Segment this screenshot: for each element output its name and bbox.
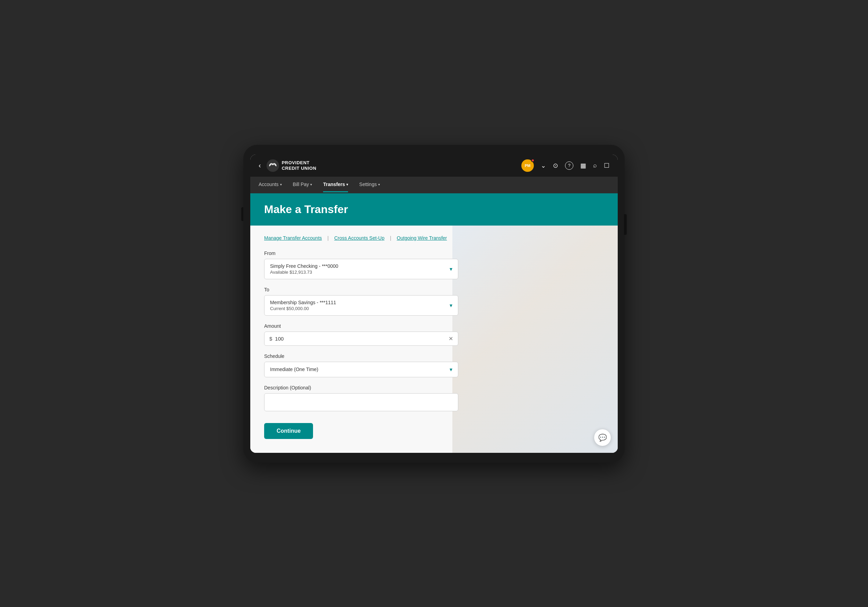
- sub-nav-divider-2: |: [390, 235, 391, 241]
- logo-subtitle: CREDIT UNION: [282, 166, 316, 171]
- avatar-button[interactable]: PM: [521, 159, 534, 172]
- transfers-chevron: ▾: [346, 183, 348, 186]
- amount-input-wrap: $ ✕: [264, 331, 458, 346]
- outgoing-wire-transfer-link[interactable]: Outgoing Wire Transfer: [397, 235, 447, 241]
- description-input[interactable]: [264, 393, 458, 411]
- content-inner: Manage Transfer Accounts | Cross Account…: [264, 235, 458, 439]
- continue-button[interactable]: Continue: [264, 423, 313, 439]
- to-label: To: [264, 287, 458, 293]
- nav-item-transfers[interactable]: Transfers ▾: [323, 177, 348, 192]
- from-account-text: Simply Free Checking - ***0000 Available…: [270, 263, 338, 275]
- amount-group: Amount $ ✕: [264, 323, 458, 346]
- sub-nav-divider-1: |: [328, 235, 329, 241]
- message-icon[interactable]: ☐: [604, 162, 609, 169]
- to-account-text: Membership Savings - ***1111 Current $50…: [270, 300, 336, 311]
- nav-item-accounts[interactable]: Accounts ▾: [259, 177, 282, 192]
- from-chevron-icon: ▾: [450, 266, 453, 272]
- billpay-chevron: ▾: [310, 183, 312, 186]
- avatar-initials: PM: [525, 164, 531, 168]
- to-account-current: Current $50,000.00: [270, 306, 336, 311]
- currency-symbol: $: [269, 336, 272, 342]
- schedule-text: Immediate (One Time): [270, 367, 318, 372]
- back-button[interactable]: ‹: [259, 161, 261, 169]
- background-overlay: [453, 226, 618, 453]
- description-label: Description (Optional): [264, 385, 458, 390]
- logo-brand: PROVIDENT: [282, 160, 316, 166]
- to-account-name: Membership Savings - ***1111: [270, 300, 336, 305]
- manage-transfer-accounts-link[interactable]: Manage Transfer Accounts: [264, 235, 322, 241]
- schedule-select[interactable]: Immediate (One Time) ▾: [264, 362, 458, 377]
- top-bar-right: PM ⌄ ⊙ ? ▦ ⌕ ☐: [521, 159, 609, 172]
- svg-point-0: [267, 159, 279, 172]
- schedule-group: Schedule Immediate (One Time) ▾: [264, 353, 458, 377]
- nav-item-settings[interactable]: Settings ▾: [359, 177, 380, 192]
- help-icon[interactable]: ?: [565, 161, 574, 170]
- accounts-chevron: ▾: [280, 183, 282, 186]
- nav-item-billpay[interactable]: Bill Pay ▾: [293, 177, 312, 192]
- from-label: From: [264, 251, 458, 256]
- side-button-right: [624, 214, 627, 235]
- search-icon[interactable]: ⌕: [593, 162, 597, 169]
- to-chevron-icon: ▾: [450, 302, 453, 309]
- from-account-name: Simply Free Checking - ***0000: [270, 263, 338, 269]
- device-frame: ‹ PROVIDENT CREDIT UNION PM: [243, 145, 625, 463]
- from-account-available: Available $12,913.73: [270, 269, 338, 275]
- main-nav: Accounts ▾ Bill Pay ▾ Transfers ▾ Settin…: [250, 177, 618, 194]
- chevron-down-icon[interactable]: ⌄: [541, 162, 546, 169]
- page-title: Make a Transfer: [264, 203, 604, 216]
- logo-icon: [267, 159, 279, 172]
- device-screen: ‹ PROVIDENT CREDIT UNION PM: [250, 155, 618, 453]
- chat-icon: 💬: [598, 434, 607, 442]
- cross-accounts-setup-link[interactable]: Cross Accounts Set-Up: [334, 235, 384, 241]
- chat-bubble[interactable]: 💬: [594, 429, 611, 446]
- logo-container: PROVIDENT CREDIT UNION: [267, 159, 316, 172]
- top-bar: ‹ PROVIDENT CREDIT UNION PM: [250, 155, 618, 177]
- schedule-label: Schedule: [264, 353, 458, 359]
- clear-amount-button[interactable]: ✕: [449, 335, 453, 342]
- amount-input[interactable]: [275, 336, 446, 342]
- content-area: Manage Transfer Accounts | Cross Account…: [250, 226, 618, 453]
- hero-banner: Make a Transfer: [250, 194, 618, 226]
- amount-label: Amount: [264, 323, 458, 329]
- settings-chevron: ▾: [378, 183, 380, 186]
- calendar-icon[interactable]: ▦: [580, 162, 586, 169]
- logo-text-block: PROVIDENT CREDIT UNION: [282, 160, 316, 171]
- location-icon[interactable]: ⊙: [553, 162, 558, 169]
- from-group: From Simply Free Checking - ***0000 Avai…: [264, 251, 458, 279]
- to-account-select[interactable]: Membership Savings - ***1111 Current $50…: [264, 295, 458, 316]
- notification-dot: [531, 159, 535, 162]
- top-bar-left: ‹ PROVIDENT CREDIT UNION: [259, 159, 316, 172]
- to-group: To Membership Savings - ***1111 Current …: [264, 287, 458, 316]
- side-button-left: [241, 207, 243, 221]
- sub-nav: Manage Transfer Accounts | Cross Account…: [264, 235, 458, 241]
- schedule-chevron-icon: ▾: [450, 366, 453, 373]
- from-account-select[interactable]: Simply Free Checking - ***0000 Available…: [264, 259, 458, 279]
- description-group: Description (Optional): [264, 385, 458, 413]
- schedule-value: Immediate (One Time): [270, 367, 318, 372]
